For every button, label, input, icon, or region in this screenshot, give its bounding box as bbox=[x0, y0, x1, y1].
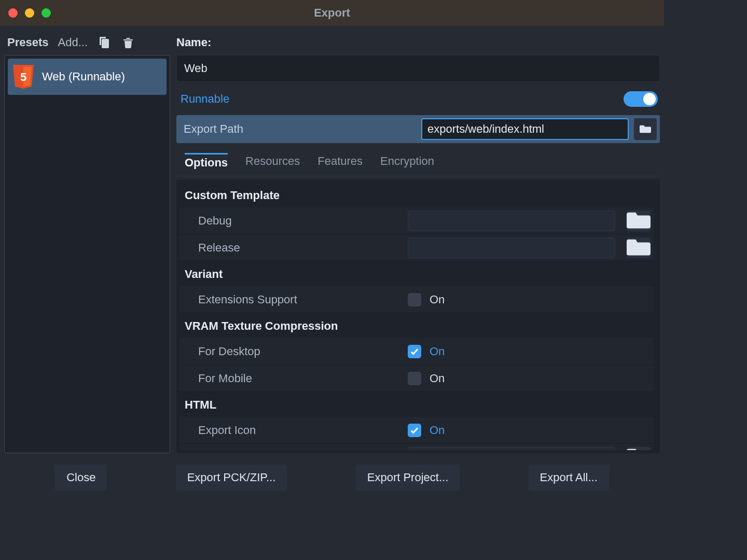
presets-panel: Presets Add... 5 Web (Runnable) bbox=[4, 30, 170, 453]
section-variant: Variant bbox=[179, 261, 654, 286]
zoom-window-icon[interactable] bbox=[42, 8, 51, 18]
for-mobile-on-text: On bbox=[430, 372, 445, 385]
close-window-icon[interactable] bbox=[8, 8, 18, 18]
tab-options[interactable]: Options bbox=[185, 153, 228, 176]
export-pck-button[interactable]: Export PCK/ZIP... bbox=[176, 465, 287, 491]
preset-item-label: Web (Runnable) bbox=[42, 70, 125, 83]
for-mobile-checkbox[interactable] bbox=[408, 372, 421, 385]
name-input[interactable] bbox=[176, 55, 660, 82]
options-scroll[interactable]: Custom Template Debug Release bbox=[179, 183, 657, 450]
row-export-icon: Export Icon On bbox=[179, 417, 654, 444]
presets-list[interactable]: 5 Web (Runnable) bbox=[4, 55, 170, 453]
debug-template-field[interactable] bbox=[408, 211, 615, 231]
label-export-icon: Export Icon bbox=[179, 424, 408, 437]
delete-preset-icon[interactable] bbox=[121, 35, 135, 50]
toggle-knob bbox=[643, 93, 656, 105]
export-path-label: Export Path bbox=[184, 122, 416, 136]
row-for-desktop: For Desktop On bbox=[179, 338, 654, 365]
label-for-mobile: For Mobile bbox=[179, 372, 408, 385]
preset-item-web[interactable]: 5 Web (Runnable) bbox=[8, 59, 167, 95]
export-path-row: Export Path bbox=[176, 115, 660, 143]
export-all-button[interactable]: Export All... bbox=[529, 465, 609, 491]
label-release: Release bbox=[179, 241, 408, 255]
label-debug: Debug bbox=[179, 214, 408, 228]
runnable-row: Runnable bbox=[176, 91, 660, 107]
for-desktop-on-text: On bbox=[430, 345, 445, 358]
runnable-label[interactable]: Runnable bbox=[181, 92, 229, 106]
export-project-button[interactable]: Export Project... bbox=[356, 465, 460, 491]
window-controls bbox=[0, 8, 51, 18]
extensions-checkbox[interactable] bbox=[408, 293, 421, 306]
export-icon-checkbox[interactable] bbox=[408, 424, 421, 437]
label-for-desktop: For Desktop bbox=[179, 345, 408, 358]
presets-label: Presets bbox=[7, 36, 49, 49]
custom-html-shell-browse-button[interactable] bbox=[627, 447, 651, 451]
tabs: Options Resources Features Encryption bbox=[176, 148, 660, 176]
custom-html-shell-field[interactable] bbox=[408, 447, 615, 451]
row-extensions: Extensions Support On bbox=[179, 286, 654, 313]
section-custom-template: Custom Template bbox=[179, 183, 654, 207]
window-title: Export bbox=[0, 6, 664, 20]
tab-features[interactable]: Features bbox=[317, 155, 363, 176]
close-button[interactable]: Close bbox=[55, 465, 107, 491]
release-template-browse-button[interactable] bbox=[627, 237, 651, 258]
export-icon-on-text: On bbox=[430, 424, 445, 437]
html5-icon: 5 bbox=[12, 64, 35, 90]
release-template-field[interactable] bbox=[408, 237, 615, 258]
tab-encryption[interactable]: Encryption bbox=[380, 155, 434, 176]
extensions-on-text: On bbox=[430, 293, 445, 306]
debug-template-browse-button[interactable] bbox=[627, 211, 651, 231]
name-label: Name: bbox=[176, 30, 660, 55]
details-panel: Name: Runnable Export Path Options Resou… bbox=[176, 30, 660, 453]
row-release-template: Release bbox=[179, 234, 654, 261]
row-for-mobile: For Mobile On bbox=[179, 365, 654, 392]
add-preset-button[interactable]: Add... bbox=[58, 36, 88, 49]
footer: Close Export PCK/ZIP... Export Project..… bbox=[0, 457, 664, 498]
section-vram: VRAM Texture Compression bbox=[179, 313, 654, 338]
minimize-window-icon[interactable] bbox=[25, 8, 34, 18]
export-path-browse-button[interactable] bbox=[634, 118, 657, 140]
svg-text:5: 5 bbox=[20, 71, 26, 83]
runnable-toggle[interactable] bbox=[624, 91, 658, 107]
row-debug-template: Debug bbox=[179, 207, 654, 234]
label-extensions: Extensions Support bbox=[179, 293, 408, 306]
export-path-input[interactable] bbox=[421, 118, 629, 140]
presets-header: Presets Add... bbox=[4, 30, 170, 55]
tab-resources[interactable]: Resources bbox=[245, 155, 300, 176]
titlebar: Export bbox=[0, 0, 664, 26]
content: Presets Add... 5 Web (Runnable) Name: Ru… bbox=[0, 26, 664, 457]
options-outer: Custom Template Debug Release bbox=[176, 179, 660, 453]
row-custom-html-shell: Custom HTML Shell bbox=[179, 444, 654, 450]
for-desktop-checkbox[interactable] bbox=[408, 345, 421, 358]
section-html: HTML bbox=[179, 392, 654, 417]
duplicate-preset-icon[interactable] bbox=[97, 35, 112, 50]
